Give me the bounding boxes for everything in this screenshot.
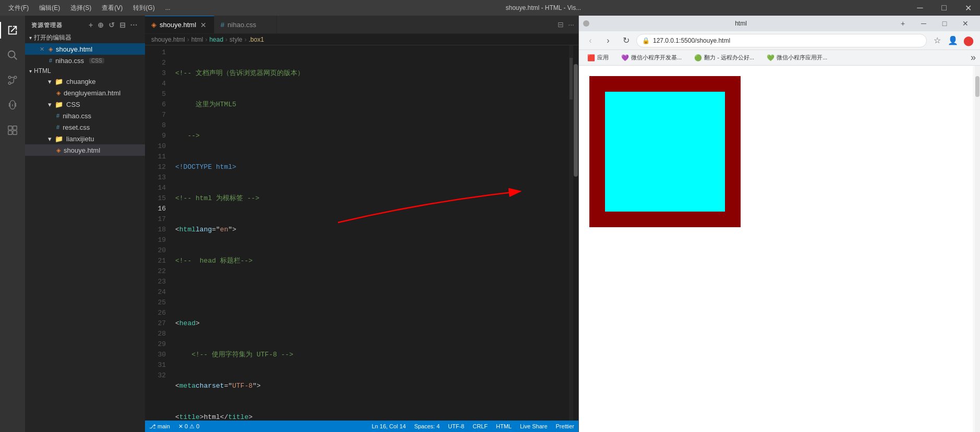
window-controls: ─ □ ✕: [908, 0, 980, 16]
code-line-5: <!-- html 为根标签 -->: [171, 193, 569, 204]
folder-css-arrow: ▾: [48, 101, 52, 108]
file-shouye-html[interactable]: ◈ shouye.html: [25, 144, 145, 156]
breadcrumb-sep2: ›: [205, 36, 207, 43]
status-bar-right: Ln 16, Col 14 Spaces: 4 UTF-8 CRLF HTML …: [372, 423, 574, 429]
bookmark-apps[interactable]: 🟥 应用: [583, 53, 613, 63]
bookmark-wechat-app[interactable]: 💚 微信小程序应用开...: [763, 53, 831, 63]
collapse-icon[interactable]: ⊟: [118, 20, 127, 30]
file-reset-css[interactable]: # reset.css: [25, 121, 145, 133]
profile-icon[interactable]: 👤: [946, 33, 960, 48]
browser-scrollbar-thumb[interactable]: [975, 76, 979, 97]
activity-debug[interactable]: [0, 93, 25, 118]
browser-scrollbar[interactable]: [975, 66, 980, 432]
wechat-app-icon: 💚: [767, 54, 775, 61]
demo-box-outer: [589, 76, 741, 227]
breadcrumb-style[interactable]: style: [229, 36, 243, 43]
activity-source-control[interactable]: [0, 68, 25, 93]
bookmark-more-icon[interactable]: »: [971, 52, 976, 63]
menu-goto[interactable]: 转到(G): [129, 3, 159, 14]
tab-shouye-close[interactable]: ✕: [199, 21, 208, 29]
menu-bar[interactable]: 文件(F) 编辑(E) 选择(S) 查看(V) 转到(G) ...: [0, 3, 179, 14]
browser-menu-icon[interactable]: ⬤: [961, 33, 976, 48]
bookmark-fanli-label: 翻力 - 远程办公好...: [704, 54, 754, 61]
editor-scrollbar[interactable]: [573, 45, 578, 421]
bookmark-star-icon[interactable]: ☆: [930, 33, 945, 48]
maximize-button[interactable]: □: [932, 0, 956, 16]
code-line-9: <head>: [171, 318, 569, 329]
folder-chuangke[interactable]: ▾ 📁 chuangke: [25, 76, 145, 87]
breadcrumb-shouye[interactable]: shouye.html: [151, 36, 185, 43]
html-file-icon2: ◈: [56, 147, 61, 154]
address-bar[interactable]: 🔒 127.0.0.1:5500/shouye.html: [636, 34, 927, 47]
refresh-icon[interactable]: ↺: [107, 20, 116, 30]
indentation[interactable]: Spaces: 4: [414, 423, 440, 429]
status-bar: ⎇ main ✕ 0 ⚠ 0 Ln 16, Col 14 Spaces: 4 U…: [145, 421, 578, 432]
code-line-8: [171, 287, 569, 298]
split-editor-icon[interactable]: ⊟: [558, 20, 564, 29]
tab-shouye[interactable]: ◈ shouye.html ✕: [145, 16, 214, 33]
breadcrumb-box1[interactable]: .box1: [249, 36, 264, 43]
open-editor-shouye[interactable]: ✕ ◈ shouye.html: [25, 43, 145, 55]
browser-minimize-button[interactable]: ─: [913, 16, 934, 31]
html-section-label: HTML: [34, 67, 51, 75]
live-share[interactable]: Live Share: [520, 423, 548, 429]
cursor-position[interactable]: Ln 16, Col 14: [372, 423, 406, 429]
file-nihao-css[interactable]: # nihao.css: [25, 110, 145, 121]
more-tabs-icon[interactable]: ···: [568, 20, 574, 29]
menu-select[interactable]: 选择(S): [66, 3, 95, 14]
code-content[interactable]: <!-- 文档声明（告诉浏览器网页的版本） 这里为HTML5 --> <!DOC…: [171, 45, 569, 421]
minimize-button[interactable]: ─: [908, 0, 932, 16]
browser-dot: [583, 20, 589, 27]
svg-rect-7: [13, 126, 17, 130]
bookmark-wechat-mini[interactable]: 💜 微信小程序开发基...: [617, 53, 686, 63]
breadcrumb-html[interactable]: html: [191, 36, 203, 43]
file-dengluyemian[interactable]: ◈ dengluyemian.html: [25, 87, 145, 98]
encoding[interactable]: UTF-8: [448, 423, 464, 429]
browser-close-button[interactable]: ✕: [955, 16, 976, 31]
browser-pane: html + ─ □ ✕ ‹ › ↻ 🔒 127.0.0.1:5500/shou…: [578, 16, 980, 432]
folder-lianxijietu-arrow: ▾: [48, 135, 52, 143]
code-line-7: <!-- head 标题栏-->: [171, 256, 569, 266]
folder-lianxijietu[interactable]: ▾ 📁 lianxijietu: [25, 133, 145, 144]
menu-file[interactable]: 文件(F): [4, 3, 33, 14]
file-shouye-html-label: shouye.html: [64, 146, 100, 154]
browser-maximize-button[interactable]: □: [934, 16, 955, 31]
folder-css[interactable]: ▾ 📁 CSS: [25, 98, 145, 110]
new-folder-icon[interactable]: ⊕: [96, 20, 105, 30]
more-options-icon[interactable]: ···: [129, 20, 139, 30]
language-mode[interactable]: HTML: [496, 423, 512, 429]
tab-nihao[interactable]: # nihao.css: [214, 16, 277, 33]
menu-edit[interactable]: 编辑(E): [35, 3, 64, 14]
tab-shouye-label: shouye.html: [160, 21, 196, 29]
browser-bookmarks: 🟥 应用 💜 微信小程序开发基... 🟢 翻力 - 远程办公好... 💚 微信小…: [579, 50, 980, 66]
open-editors-section[interactable]: ▾ 打开的编辑器: [25, 32, 145, 43]
breadcrumb-head[interactable]: head: [209, 36, 223, 43]
tab-end-icons: ⊟ ···: [558, 16, 578, 33]
open-editors-arrow: ▾: [29, 35, 32, 41]
code-line-12: <title>html</title>: [171, 412, 569, 421]
close-icon[interactable]: ✕: [40, 46, 44, 53]
new-file-icon[interactable]: +: [88, 20, 94, 30]
activity-extensions[interactable]: [0, 118, 25, 143]
nav-back-button[interactable]: ‹: [583, 33, 598, 48]
security-icon: 🔒: [642, 37, 650, 44]
menu-view[interactable]: 查看(V): [98, 3, 127, 14]
browser-new-tab-button[interactable]: +: [892, 16, 913, 31]
bookmark-fanli[interactable]: 🟢 翻力 - 远程办公好...: [690, 53, 758, 63]
sidebar-header-icons: + ⊕ ↺ ⊟ ···: [88, 20, 139, 30]
open-editor-nihao[interactable]: # nihao.css CSS: [25, 55, 145, 66]
html-section[interactable]: ▾ HTML: [25, 66, 145, 76]
line-endings[interactable]: CRLF: [473, 423, 488, 429]
error-count[interactable]: ✕ 0 ⚠ 0: [178, 423, 199, 430]
css-file-icon1: #: [56, 113, 59, 119]
nav-forward-button[interactable]: ›: [601, 33, 615, 48]
html-section-arrow: ▾: [29, 68, 32, 74]
menu-more[interactable]: ...: [161, 3, 175, 13]
activity-explorer[interactable]: [0, 18, 25, 43]
scrollbar-thumb[interactable]: [574, 64, 578, 177]
nav-refresh-button[interactable]: ↻: [619, 33, 633, 48]
close-button[interactable]: ✕: [956, 0, 980, 16]
git-branch[interactable]: ⎇ main: [149, 423, 170, 430]
activity-search[interactable]: [0, 43, 25, 68]
prettier[interactable]: Prettier: [556, 423, 574, 429]
